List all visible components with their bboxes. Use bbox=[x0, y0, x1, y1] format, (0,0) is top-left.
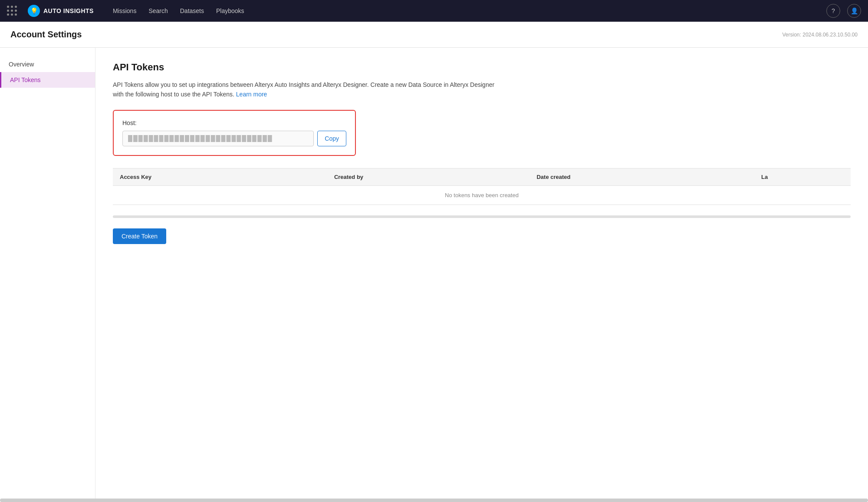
topnav-right-actions: ? 👤 bbox=[826, 4, 861, 18]
bottom-scrollbar[interactable] bbox=[0, 499, 868, 502]
sidebar-item-api-tokens[interactable]: API Tokens bbox=[0, 72, 95, 88]
host-label: Host: bbox=[122, 119, 346, 126]
copy-button[interactable]: Copy bbox=[317, 131, 346, 146]
section-description: API Tokens allow you to set up integrati… bbox=[113, 80, 503, 99]
table-empty-row: No tokens have been created bbox=[113, 185, 851, 205]
top-navigation: 💡 AUTO INSIGHTS Missions Search Datasets… bbox=[0, 0, 868, 22]
help-icon[interactable]: ? bbox=[826, 4, 840, 18]
section-title: API Tokens bbox=[113, 62, 851, 73]
host-input-row: Copy bbox=[122, 131, 346, 146]
nav-missions[interactable]: Missions bbox=[108, 5, 141, 17]
col-date-created: Date created bbox=[529, 168, 754, 185]
host-input[interactable] bbox=[122, 131, 314, 146]
page-title: Account Settings bbox=[10, 30, 82, 40]
main-content: API Tokens API Tokens allow you to set u… bbox=[95, 48, 868, 502]
create-token-button[interactable]: Create Token bbox=[113, 228, 166, 244]
col-last: La bbox=[754, 168, 851, 185]
nav-playbooks[interactable]: Playbooks bbox=[211, 5, 250, 17]
user-icon[interactable]: 👤 bbox=[847, 4, 861, 18]
app-grid-icon[interactable] bbox=[7, 6, 17, 16]
page-header: Account Settings Version: 2024.08.06.23.… bbox=[0, 22, 868, 48]
nav-search[interactable]: Search bbox=[143, 5, 173, 17]
content-area: Overview API Tokens API Tokens API Token… bbox=[0, 48, 868, 502]
col-access-key: Access Key bbox=[113, 168, 327, 185]
brand-logo: 💡 AUTO INSIGHTS bbox=[28, 5, 94, 17]
logo-icon: 💡 bbox=[28, 5, 40, 17]
main-navigation: Missions Search Datasets Playbooks bbox=[108, 5, 250, 17]
table-header-row: Access Key Created by Date created La bbox=[113, 168, 851, 185]
table-scrollbar[interactable] bbox=[113, 215, 851, 218]
sidebar: Overview API Tokens bbox=[0, 48, 95, 502]
host-box: Host: Copy bbox=[113, 110, 356, 156]
col-created-by: Created by bbox=[327, 168, 530, 185]
empty-message: No tokens have been created bbox=[113, 185, 851, 205]
version-label: Version: 2024.08.06.23.10.50.00 bbox=[783, 32, 858, 38]
nav-datasets[interactable]: Datasets bbox=[175, 5, 209, 17]
tokens-table: Access Key Created by Date created La No… bbox=[113, 168, 851, 205]
sidebar-item-overview[interactable]: Overview bbox=[0, 56, 95, 72]
learn-more-link[interactable]: Learn more bbox=[236, 91, 267, 98]
brand-name: AUTO INSIGHTS bbox=[43, 7, 94, 14]
